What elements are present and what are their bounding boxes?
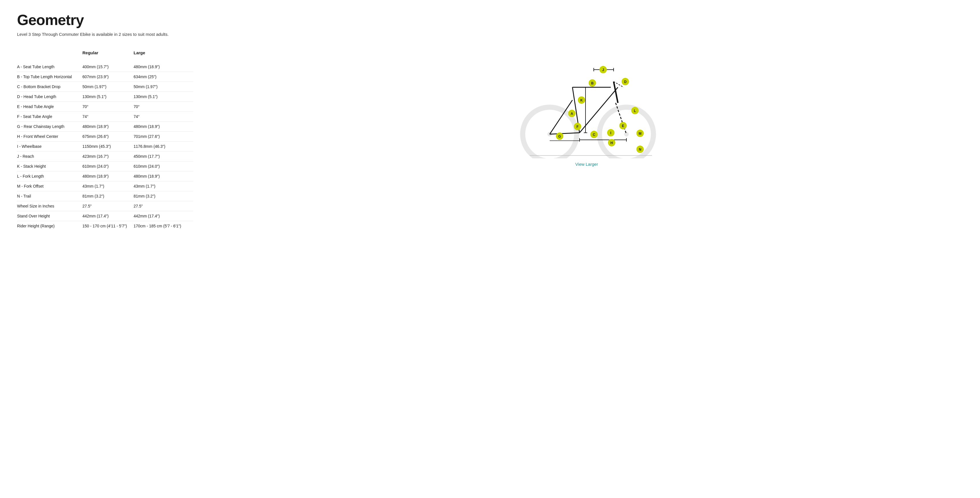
- row-label: I - Wheelbase: [17, 144, 83, 149]
- row-large-value: 74°: [134, 114, 185, 119]
- table-row: H - Front Wheel Center675mm (26.6")701mm…: [17, 132, 193, 142]
- row-regular-value: 400mm (15.7"): [83, 65, 134, 69]
- svg-text:G: G: [558, 134, 561, 138]
- row-regular-value: 610mm (24.0"): [83, 164, 134, 169]
- row-regular-value: 442mm (17.4"): [83, 214, 134, 218]
- row-label: L - Fork Length: [17, 174, 83, 178]
- table-row: E - Head Tube Angle70°70°: [17, 102, 193, 112]
- view-larger-link[interactable]: View Larger: [575, 162, 598, 167]
- row-label: H - Front Wheel Center: [17, 134, 83, 139]
- row-label: B - Top Tube Length Horizontal: [17, 75, 83, 79]
- row-label: N - Trail: [17, 194, 83, 199]
- row-regular-value: 43mm (1.7"): [83, 184, 134, 188]
- row-label: D - Head Tube Length: [17, 94, 83, 99]
- table-row: B - Top Tube Length Horizontal607mm (23.…: [17, 72, 193, 82]
- row-large-value: 480mm (18.9"): [134, 174, 185, 178]
- row-large-value: 170cm - 185 cm (5'7 - 6'1"): [134, 224, 185, 228]
- row-large-value: 450mm (17.7"): [134, 154, 185, 159]
- svg-text:B: B: [591, 81, 594, 85]
- svg-text:J: J: [602, 68, 604, 72]
- svg-text:M: M: [639, 132, 641, 135]
- table-row: G - Rear Chainstay Length480mm (18.9")48…: [17, 122, 193, 132]
- svg-line-7: [614, 81, 618, 103]
- row-regular-value: 74°: [83, 114, 134, 119]
- row-large-value: 27.5": [134, 204, 185, 208]
- page-title: Geometry: [17, 11, 963, 29]
- table-row: D - Head Tube Length130mm (5.1")130mm (5…: [17, 92, 193, 102]
- row-large-value: 81mm (3.2"): [134, 194, 185, 199]
- row-regular-value: 81mm (3.2"): [83, 194, 134, 199]
- col-regular: Regular: [83, 50, 134, 55]
- row-label: E - Head Tube Angle: [17, 104, 83, 109]
- row-regular-value: 130mm (5.1"): [83, 94, 134, 99]
- table-row: C - Bottom Bracket Drop50mm (1.97")50mm …: [17, 82, 193, 92]
- row-label: Rider Height (Range): [17, 224, 83, 228]
- col-label: [17, 50, 83, 55]
- row-label: F - Seat Tube Angle: [17, 114, 83, 119]
- svg-text:D: D: [624, 80, 627, 84]
- row-large-value: 43mm (1.7"): [134, 184, 185, 188]
- table-row: Rider Height (Range)150 - 170 cm (4'11 -…: [17, 221, 193, 231]
- row-regular-value: 150 - 170 cm (4'11 - 5'7"): [83, 224, 134, 228]
- row-label: A - Seat Tube Length: [17, 65, 83, 69]
- row-label: J - Reach: [17, 154, 83, 159]
- row-regular-value: 50mm (1.97"): [83, 84, 134, 89]
- row-large-value: 610mm (24.0"): [134, 164, 185, 169]
- row-large-value: 442mm (17.4"): [134, 214, 185, 218]
- row-regular-value: 70°: [83, 104, 134, 109]
- row-large-value: 130mm (5.1"): [134, 94, 185, 99]
- row-large-value: 70°: [134, 104, 185, 109]
- bike-diagram: J B D K A L F: [513, 50, 660, 158]
- row-large-value: 50mm (1.97"): [134, 84, 185, 89]
- table-row: Stand Over Height442mm (17.4")442mm (17.…: [17, 211, 193, 221]
- row-large-value: 480mm (18.9"): [134, 65, 185, 69]
- table-row: J - Reach423mm (16.7")450mm (17.7"): [17, 151, 193, 161]
- col-large: Large: [134, 50, 185, 55]
- svg-text:I: I: [610, 131, 611, 135]
- row-regular-value: 480mm (18.9"): [83, 174, 134, 178]
- row-regular-value: 607mm (23.9"): [83, 75, 134, 79]
- row-large-value: 701mm (27.6"): [134, 134, 185, 139]
- row-large-value: 634mm (25"): [134, 75, 185, 79]
- row-regular-value: 423mm (16.7"): [83, 154, 134, 159]
- column-headers: Regular Large: [17, 50, 193, 57]
- svg-text:E: E: [622, 124, 624, 128]
- row-label: G - Rear Chainstay Length: [17, 124, 83, 129]
- table-row: Wheel Size in Inches27.5"27.5": [17, 201, 193, 211]
- table-row: I - Wheelbase1150mm (45.3")1176.8mm (46.…: [17, 142, 193, 151]
- row-label: K - Stack Height: [17, 164, 83, 169]
- table-row: L - Fork Length480mm (18.9")480mm (18.9"…: [17, 172, 193, 181]
- svg-text:H: H: [611, 141, 613, 145]
- row-regular-value: 1150mm (45.3"): [83, 144, 134, 149]
- svg-text:L: L: [634, 109, 636, 113]
- svg-text:K: K: [581, 99, 583, 102]
- row-label: Stand Over Height: [17, 214, 83, 218]
- table-row: A - Seat Tube Length400mm (15.7")480mm (…: [17, 62, 193, 72]
- row-label: Wheel Size in Inches: [17, 204, 83, 208]
- row-regular-value: 675mm (26.6"): [83, 134, 134, 139]
- row-regular-value: 27.5": [83, 204, 134, 208]
- table-row: M - Fork Offset43mm (1.7")43mm (1.7"): [17, 181, 193, 191]
- table-row: N - Trail81mm (3.2")81mm (3.2"): [17, 191, 193, 201]
- main-layout: Regular Large A - Seat Tube Length400mm …: [17, 50, 963, 231]
- svg-text:F: F: [576, 125, 578, 129]
- geometry-table: A - Seat Tube Length400mm (15.7")480mm (…: [17, 62, 193, 231]
- row-large-value: 480mm (18.9"): [134, 124, 185, 129]
- table-row: K - Stack Height610mm (24.0")610mm (24.0…: [17, 161, 193, 172]
- subtitle: Level 3 Step Through Commuter Ebike is a…: [17, 32, 963, 37]
- row-label: C - Bottom Bracket Drop: [17, 84, 83, 89]
- diagram-section: J B D K A L F: [210, 50, 963, 167]
- table-row: F - Seat Tube Angle74°74°: [17, 112, 193, 122]
- row-large-value: 1176.8mm (46.3"): [134, 144, 185, 149]
- row-label: M - Fork Offset: [17, 184, 83, 188]
- table-section: Regular Large A - Seat Tube Length400mm …: [17, 50, 193, 231]
- row-regular-value: 480mm (18.9"): [83, 124, 134, 129]
- svg-text:N: N: [639, 148, 641, 151]
- svg-text:A: A: [571, 112, 573, 116]
- svg-text:C: C: [593, 133, 595, 137]
